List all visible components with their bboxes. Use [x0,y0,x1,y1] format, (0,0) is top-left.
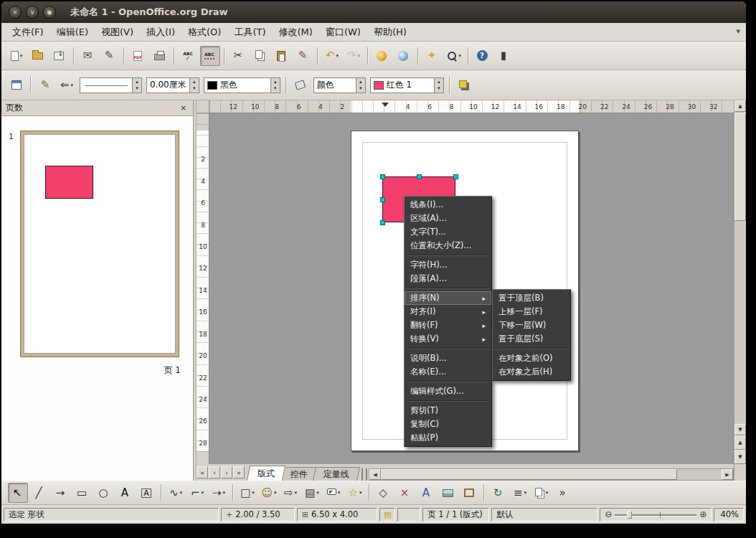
menubar-overflow-icon[interactable]: ▾ [736,27,740,36]
basic-shapes-tool[interactable]: □ ▾ [237,483,257,503]
line-dialog-button[interactable]: ✎ [35,75,55,95]
save-button[interactable] [49,46,70,66]
ctx-flip[interactable]: 翻转(F) ▸ [405,318,491,332]
redo-button[interactable]: ↷ ▾ [344,46,364,66]
menu-item[interactable]: 帮助(H) [367,23,413,41]
vertical-scroll-track[interactable] [734,112,746,424]
copy-button[interactable] [250,46,270,66]
styles-formatting-button[interactable] [6,75,27,95]
page-thumbnail[interactable] [20,131,179,357]
line-color-select[interactable]: 黑色 [204,77,280,93]
selection-handle-sw[interactable] [380,220,385,225]
ctx-copy[interactable]: 复制(C) [405,417,491,431]
help-button[interactable]: ? [473,46,493,66]
callouts-tool[interactable]: ▾ [323,483,344,503]
scroll-left-button[interactable]: ◀ [369,469,381,480]
area-dialog-button[interactable] [290,75,311,95]
gallery-sphere-button[interactable] [394,46,414,66]
curve-tool[interactable]: ∿ ▾ [166,483,186,503]
shadow-button[interactable] [454,75,474,95]
text-tool[interactable]: A [115,483,136,503]
maximize-button[interactable]: ◉ [43,6,56,19]
insert-picture-button[interactable] [438,483,458,503]
menu-item[interactable]: 修改(M) [273,23,319,41]
symbol-shapes-tool[interactable]: ☺ ▾ [259,483,279,503]
ctx-cut[interactable]: 剪切(T) [405,404,491,417]
zoom-out-button[interactable]: ⊖ [605,510,612,519]
last-tab-button[interactable]: » [233,466,245,478]
horizontal-scroll-thumb[interactable] [381,469,677,480]
line-style-select[interactable] [80,77,142,93]
sub-bring-to-front[interactable]: 置于顶层(B) [493,291,570,305]
connector-tool[interactable]: ⌐ ▾ [187,483,207,503]
line-tool[interactable]: ╱ [29,483,49,503]
menu-item[interactable]: 编辑(E) [50,23,95,41]
ctx-area[interactable]: 区域(A)... [405,212,491,225]
ctx-paste[interactable]: 粘贴(P) [405,431,491,445]
previous-page-button[interactable]: ▲ [734,435,746,450]
arrange-button[interactable]: ▾ [531,483,552,503]
vertical-text-tool[interactable]: A [137,483,157,503]
ctx-position-size[interactable]: 位置和大小(Z)... [405,239,491,253]
lines-arrows-tool[interactable]: ⇢ ▾ [209,483,229,503]
format-paintbrush-button[interactable]: ✎ [293,46,313,66]
spinner-arrows-icon[interactable] [189,78,199,93]
line-arrow-tool[interactable]: → [51,483,71,503]
gallery-button[interactable] [460,483,480,503]
close-button[interactable]: × [9,6,22,19]
spinner-arrows-icon[interactable] [270,78,280,93]
drawbar-overflow-button[interactable]: » [553,483,573,503]
rectangle-tool[interactable]: ▭ [72,483,93,503]
spinner-arrows-icon[interactable] [356,78,365,93]
tab-layout[interactable]: 版式 [247,466,285,481]
selection-handle-nw[interactable] [380,174,385,179]
sub-behind-object[interactable]: 在对象之后(H) [493,365,570,379]
paste-button[interactable] [272,46,292,66]
ctx-character[interactable]: 字符(H)... [405,258,491,272]
selection-handle-n[interactable] [417,174,422,179]
splitter-handle[interactable] [362,468,367,481]
prev-tab-button[interactable]: ‹ [209,466,220,478]
stars-tool[interactable]: ☆ ▾ [345,483,365,503]
ctx-edit-style[interactable]: 编辑样式(G)... [405,384,491,398]
menu-item[interactable]: 格式(O) [181,23,227,41]
edit-file-button[interactable]: ✎ [100,46,120,66]
next-tab-button[interactable]: › [221,466,232,478]
horizontal-ruler[interactable]: 12108642468101214161820222426283032 [209,100,734,113]
flowchart-tool[interactable]: ▤ ▾ [302,483,322,503]
scroll-down-button[interactable]: ▼ [734,424,746,435]
scroll-up-button[interactable]: ▲ [734,100,746,112]
vertical-scrollbar[interactable]: ▲ ▼ ▲ ▼ [734,100,746,464]
ctx-paragraph[interactable]: 段落(A)... [405,272,491,285]
hyperlink-button[interactable] [372,46,392,66]
open-button[interactable] [28,46,48,66]
glue-points-tool[interactable]: × [395,483,415,503]
ctx-align[interactable]: 对齐(I) ▸ [405,305,491,318]
rotate-tool[interactable]: ↻ [488,483,509,503]
fill-type-select[interactable]: 颜色 [313,77,366,93]
ctx-name[interactable]: 名称(E)... [405,365,491,379]
scroll-right-button[interactable]: ▶ [722,469,733,480]
panel-close-icon[interactable]: × [178,103,189,113]
vertical-scroll-thumb[interactable] [734,113,746,221]
vertical-ruler[interactable]: 246810121416182022242628 [197,113,209,464]
email-button[interactable]: ✉ [78,46,98,66]
ctx-description[interactable]: 说明(B)... [405,351,491,365]
sub-in-front-of-object[interactable]: 在对象之前(O) [493,351,570,365]
minimize-button[interactable]: ∨ [26,6,39,19]
spellcheck-button[interactable]: ABC [179,46,199,66]
ctx-arrange[interactable]: 排序(N) ▸ [405,291,491,305]
ctx-convert[interactable]: 转换(V) ▸ [405,332,491,346]
selection-handle-w[interactable] [380,197,385,202]
cut-button[interactable]: ✂ [229,46,249,66]
new-document-button[interactable]: ▾ [6,46,27,66]
menu-item[interactable]: 文件(F) [6,23,50,41]
menu-item[interactable]: 窗口(W) [319,23,367,41]
first-tab-button[interactable]: « [197,466,208,478]
menu-item[interactable]: 视图(V) [95,23,140,41]
sub-bring-forward[interactable]: 上移一层(F) [493,305,570,318]
next-page-button[interactable]: ▼ [734,450,746,464]
toolbar-overflow-button[interactable]: ▮ [494,46,514,66]
indent-marker[interactable] [382,103,389,110]
zoom-in-button[interactable]: ⊕ [699,510,707,519]
